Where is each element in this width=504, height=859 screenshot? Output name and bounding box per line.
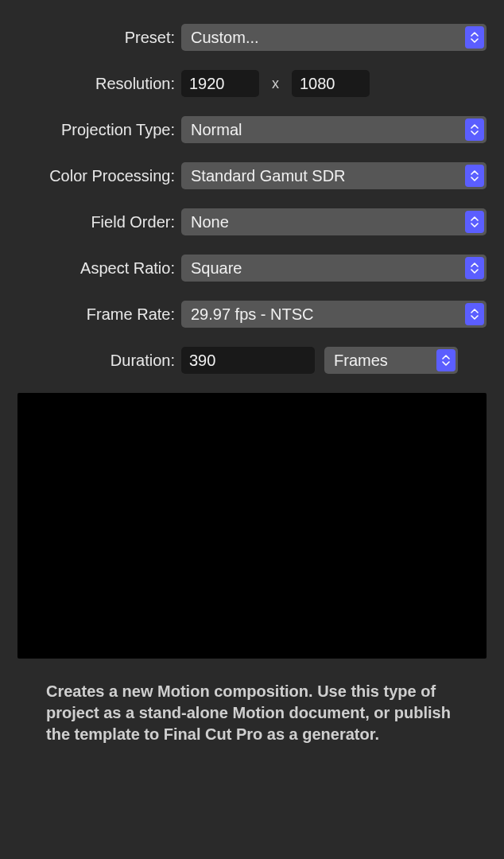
row-framerate: Frame Rate: 29.97 fps - NTSC [11,301,487,328]
settings-form: Preset: Custom... Resolution: x Projecti… [0,0,504,374]
up-down-icon [465,303,484,325]
row-aspect: Aspect Ratio: Square [11,255,487,282]
up-down-icon [465,257,484,279]
duration-unit-select[interactable]: Frames [324,347,458,374]
framerate-select[interactable]: 29.97 fps - NTSC [181,301,487,328]
row-preset: Preset: Custom... [11,24,487,51]
label-framerate: Frame Rate: [11,305,181,324]
up-down-icon [465,119,484,141]
field-projection: Normal [181,116,487,143]
field-order-select[interactable]: None [181,208,487,235]
resolution-width-input[interactable] [181,70,259,97]
aspect-value: Square [191,259,242,278]
resolution-height-input[interactable] [292,70,370,97]
label-field: Field Order: [11,213,181,231]
label-color: Color Processing: [11,167,181,185]
up-down-icon [465,211,484,233]
label-resolution: Resolution: [11,75,181,93]
preview-area [17,393,487,659]
label-preset: Preset: [11,29,181,47]
field-color: Standard Gamut SDR [181,162,487,189]
color-value: Standard Gamut SDR [191,167,346,185]
up-down-icon [465,26,484,49]
field-preset: Custom... [181,24,487,51]
field-order-value: None [191,213,229,231]
color-select[interactable]: Standard Gamut SDR [181,162,487,189]
field-framerate: 29.97 fps - NTSC [181,301,487,328]
label-projection: Projection Type: [11,121,181,139]
duration-unit-value: Frames [334,352,388,370]
framerate-value: 29.97 fps - NTSC [191,305,314,324]
up-down-icon [436,349,456,371]
projection-select[interactable]: Normal [181,116,487,143]
row-resolution: Resolution: x [11,70,487,97]
row-projection: Projection Type: Normal [11,116,487,143]
row-color: Color Processing: Standard Gamut SDR [11,162,487,189]
field-field: None [181,208,487,235]
duration-input[interactable] [181,347,315,374]
field-duration: Frames [181,347,487,374]
up-down-icon [465,165,484,187]
label-duration: Duration: [11,352,181,370]
aspect-select[interactable]: Square [181,255,487,282]
preset-value: Custom... [191,29,259,47]
projection-value: Normal [191,121,242,139]
field-resolution: x [181,70,487,97]
label-aspect: Aspect Ratio: [11,259,181,278]
preset-select[interactable]: Custom... [181,24,487,51]
resolution-separator: x [269,76,282,92]
field-aspect: Square [181,255,487,282]
row-field: Field Order: None [11,208,487,235]
description-text: Creates a new Motion composition. Use th… [0,659,504,745]
row-duration: Duration: Frames [11,347,487,374]
